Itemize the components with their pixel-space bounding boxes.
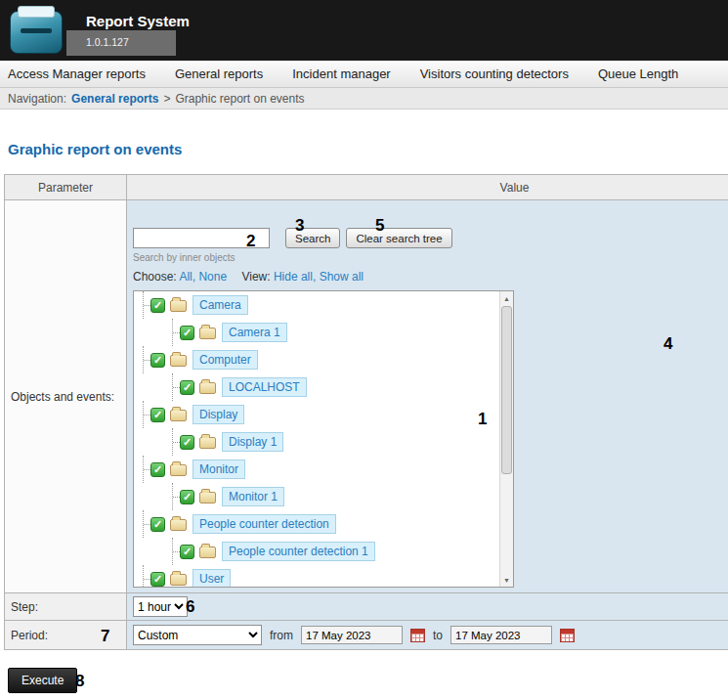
tree-connector	[138, 291, 150, 319]
folder-icon	[170, 519, 187, 531]
tree-connector	[167, 538, 180, 565]
period-type-select[interactable]: Custom	[133, 625, 262, 645]
tree-node-label[interactable]: Monitor 1	[222, 487, 284, 506]
period-from-input[interactable]	[301, 626, 403, 644]
tree-node-people-counter-detection-1[interactable]: ✓ People counter detection 1	[138, 538, 499, 565]
step-select[interactable]: 1 hour	[133, 596, 188, 617]
period-from-label: from	[270, 629, 293, 642]
menu-item-general-reports[interactable]: General reports	[175, 66, 263, 81]
folder-icon	[170, 464, 187, 476]
tree-connector	[167, 319, 180, 346]
checkbox-checked-icon[interactable]: ✓	[150, 353, 165, 368]
tree-node-user[interactable]: ✓ User	[138, 565, 499, 587]
tree-node-label[interactable]: People counter detection	[193, 514, 336, 534]
search-line: Search Clear search tree	[133, 228, 728, 248]
checkbox-checked-icon[interactable]: ✓	[180, 545, 194, 559]
checkbox-checked-icon[interactable]: ✓	[150, 462, 165, 477]
tree-node-label[interactable]: People counter detection 1	[222, 542, 375, 561]
table-header-row: Parameter Value	[5, 175, 728, 199]
logo-slot	[21, 28, 52, 33]
checkbox-checked-icon[interactable]: ✓	[180, 490, 194, 504]
callout-6: 6	[186, 597, 194, 617]
tree-node-localhost[interactable]: ✓ LOCALHOST	[138, 373, 499, 401]
tree-node-camera[interactable]: ✓ Camera	[138, 291, 499, 319]
tree-node-label[interactable]: Monitor	[193, 459, 245, 479]
folder-icon	[170, 355, 187, 367]
breadcrumb-link-general-reports[interactable]: General reports	[71, 92, 158, 106]
tree-node-monitor-1[interactable]: ✓ Monitor 1	[138, 483, 499, 510]
logo-top	[18, 6, 55, 18]
breadcrumb: Navigation: General reports > Graphic re…	[0, 88, 728, 109]
execute-button[interactable]: Execute	[8, 668, 77, 693]
choose-none-link[interactable]: None	[198, 270, 227, 284]
tree-connector	[167, 373, 180, 401]
scroll-down-icon[interactable]: ▼	[500, 573, 513, 587]
tree-connector	[167, 483, 180, 510]
tree-connector	[138, 401, 150, 428]
tree-node-display[interactable]: ✓ Display	[138, 401, 499, 428]
folder-icon	[199, 328, 216, 339]
folder-icon	[199, 547, 216, 558]
tree-node-label[interactable]: User	[193, 569, 231, 587]
tree-node-label[interactable]: Display 1	[222, 432, 283, 452]
period-row: Period: Custom from to	[5, 620, 728, 649]
choose-view-line: Choose: All, None View: Hide all, Show a…	[133, 270, 728, 284]
tree-node-label[interactable]: Display	[193, 405, 244, 424]
tree-connector	[138, 510, 150, 538]
choose-all-link[interactable]: All	[179, 270, 192, 284]
tree-node-display-1[interactable]: ✓ Display 1	[138, 428, 499, 456]
tree-node-label[interactable]: Computer	[193, 350, 258, 370]
checkbox-checked-icon[interactable]: ✓	[180, 326, 194, 340]
callout-4: 4	[664, 334, 672, 354]
tree-scrollbar[interactable]: ▲ ▼	[499, 291, 513, 587]
checkbox-checked-icon[interactable]: ✓	[150, 572, 165, 587]
breadcrumb-current: Graphic report on events	[175, 92, 304, 106]
tree-connector	[167, 428, 180, 456]
checkbox-checked-icon[interactable]: ✓	[150, 408, 165, 422]
clear-search-tree-button[interactable]: Clear search tree	[346, 228, 451, 248]
calendar-from-icon[interactable]	[410, 629, 425, 642]
tree-node-monitor[interactable]: ✓ Monitor	[138, 456, 499, 483]
step-value: 1 hour	[127, 593, 728, 620]
objects-and-events-label: Objects and events:	[5, 200, 127, 592]
report-parameters-table: Parameter Value Objects and events: Sear…	[4, 174, 728, 650]
menu-item-queue-length[interactable]: Queue Length	[598, 66, 678, 81]
view-hide-all-link[interactable]: Hide all	[274, 270, 313, 284]
checkbox-checked-icon[interactable]: ✓	[180, 435, 194, 450]
checkbox-checked-icon[interactable]: ✓	[150, 517, 165, 532]
calendar-to-icon[interactable]	[560, 629, 575, 642]
checkbox-checked-icon[interactable]: ✓	[150, 298, 165, 313]
tree-node-label[interactable]: LOCALHOST	[222, 377, 307, 397]
choose-label: Choose:	[133, 270, 177, 284]
scroll-up-icon[interactable]: ▲	[500, 291, 513, 305]
objects-and-events-value: Search Clear search tree Search by inner…	[127, 200, 728, 592]
menu-item-access-manager-reports[interactable]: Access Manager reports	[8, 66, 146, 81]
tree-node-camera-1[interactable]: ✓ Camera 1	[138, 319, 499, 346]
step-label: Step:	[5, 593, 127, 620]
view-show-all-link[interactable]: Show all	[320, 270, 364, 284]
tree-node-label[interactable]: Camera	[193, 295, 248, 315]
tree-node-computer[interactable]: ✓ Computer	[138, 346, 499, 373]
search-hint: Search by inner objects	[133, 252, 728, 263]
period-to-input[interactable]	[450, 626, 552, 644]
app-title: Report System	[86, 13, 190, 29]
callout-3: 3	[295, 216, 304, 236]
callout-5: 5	[375, 216, 384, 236]
page: Report System 1.0.1.127 Access Manager r…	[0, 0, 728, 700]
breadcrumb-label: Navigation:	[8, 92, 66, 106]
app-version: 1.0.1.127	[86, 36, 129, 48]
folder-icon	[199, 492, 216, 503]
checkbox-checked-icon[interactable]: ✓	[180, 380, 194, 395]
app-header: Report System 1.0.1.127	[0, 0, 728, 61]
scrollbar-thumb[interactable]	[501, 306, 512, 474]
callout-2: 2	[246, 232, 255, 251]
menu-item-visitors-counting-detectors[interactable]: Visitors counting detectors	[420, 66, 569, 81]
comma-separator: ,	[313, 270, 316, 284]
tree-connector	[138, 456, 150, 483]
folder-icon	[170, 574, 187, 586]
search-button[interactable]: Search	[285, 228, 340, 248]
menu-item-incident-manager[interactable]: Incident manager	[292, 66, 390, 81]
tree-node-label[interactable]: Camera 1	[222, 323, 287, 342]
main-menu: Access Manager reports General reports I…	[0, 61, 728, 88]
tree-node-people-counter-detection[interactable]: ✓ People counter detection	[138, 510, 499, 538]
